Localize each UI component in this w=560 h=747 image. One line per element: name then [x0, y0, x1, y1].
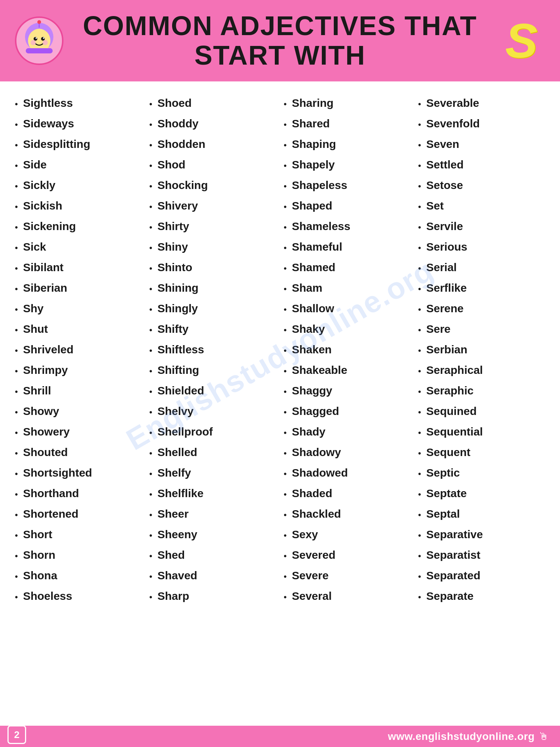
- word-label: Shed: [158, 548, 185, 562]
- list-item: •Shaken: [284, 339, 411, 360]
- word-label: Sightless: [23, 96, 73, 110]
- svg-point-8: [43, 40, 48, 45]
- list-item: •Shiny: [149, 236, 276, 257]
- bullet-icon: •: [149, 325, 152, 336]
- word-label: Shrimpy: [23, 363, 68, 377]
- column-1: •Sightless•Sideways•Sidesplitting•Side•S…: [15, 93, 142, 606]
- bullet-icon: •: [149, 181, 152, 192]
- bullet-icon: •: [418, 428, 421, 438]
- bullet-icon: •: [284, 140, 287, 151]
- list-item: •Sibilant: [15, 257, 142, 278]
- bullet-icon: •: [284, 222, 287, 233]
- list-item: •Sickly: [15, 175, 142, 195]
- word-label: Shellproof: [158, 424, 213, 439]
- word-label: Shoed: [158, 96, 192, 110]
- list-item: •Separated: [418, 565, 545, 586]
- list-item: •Shadowy: [284, 442, 411, 462]
- word-label: Shoeless: [23, 589, 72, 603]
- list-item: •Shaping: [284, 134, 411, 154]
- list-item: •Shadowed: [284, 462, 411, 483]
- list-item: •Shivery: [149, 195, 276, 216]
- list-item: •Setose: [418, 175, 545, 195]
- word-label: Shackled: [292, 506, 341, 521]
- bullet-icon: •: [149, 284, 152, 295]
- bullet-icon: •: [15, 448, 18, 459]
- bullet-icon: •: [284, 99, 287, 110]
- list-item: •Shameless: [284, 216, 411, 236]
- word-label: Shallow: [292, 301, 334, 316]
- bullet-icon: •: [284, 530, 287, 541]
- word-label: Sharp: [158, 589, 189, 603]
- bullet-icon: •: [418, 489, 421, 500]
- bullet-icon: •: [149, 428, 152, 438]
- list-item: •Sickish: [15, 195, 142, 216]
- word-label: Shameful: [292, 239, 342, 254]
- bullet-icon: •: [418, 387, 421, 397]
- bullet-icon: •: [15, 99, 18, 110]
- bullet-icon: •: [15, 571, 18, 582]
- word-label: Seven: [426, 137, 459, 151]
- list-item: •Shodden: [149, 134, 276, 154]
- bullet-icon: •: [418, 140, 421, 151]
- word-label: Shodden: [158, 137, 205, 151]
- word-label: Shoddy: [158, 116, 199, 131]
- footer: 2 www.englishstudyonline.org 🖱: [0, 726, 560, 747]
- bullet-icon: •: [284, 202, 287, 213]
- list-item: •Shelfy: [149, 462, 276, 483]
- word-label: Shouted: [23, 445, 68, 459]
- list-item: •Serene: [418, 298, 545, 319]
- word-label: Side: [23, 157, 47, 172]
- bullet-icon: •: [418, 571, 421, 582]
- bullet-icon: •: [15, 510, 18, 521]
- svg-point-7: [31, 40, 36, 45]
- bullet-icon: •: [149, 243, 152, 254]
- word-label: Shamed: [292, 260, 336, 275]
- list-item: •Sickening: [15, 216, 142, 236]
- word-label: Shaken: [292, 342, 332, 357]
- list-item: •Shamed: [284, 257, 411, 278]
- svg-rect-9: [26, 48, 53, 53]
- bullet-icon: •: [149, 222, 152, 233]
- list-item: •Shorthand: [15, 483, 142, 503]
- list-item: •Sham: [284, 278, 411, 298]
- bullet-icon: •: [15, 140, 18, 151]
- list-item: •Showy: [15, 401, 142, 421]
- bullet-icon: •: [284, 161, 287, 171]
- word-label: Shelfy: [158, 465, 191, 480]
- word-label: Shut: [23, 322, 48, 336]
- bullet-icon: •: [149, 304, 152, 315]
- word-label: Shaky: [292, 322, 325, 336]
- word-label: Sidesplitting: [23, 137, 90, 151]
- bullet-icon: •: [284, 345, 287, 356]
- column-2: •Shoed•Shoddy•Shodden•Shod•Shocking•Shiv…: [149, 93, 276, 606]
- list-item: •Shifty: [149, 319, 276, 339]
- bullet-icon: •: [418, 243, 421, 254]
- list-item: •Shameful: [284, 236, 411, 257]
- word-label: Sevenfold: [426, 116, 480, 131]
- list-item: •Shingly: [149, 298, 276, 319]
- header-letter: S: [505, 16, 538, 65]
- word-label: Serflike: [426, 280, 467, 295]
- word-label: Serene: [426, 301, 464, 316]
- word-label: Shaded: [292, 486, 332, 500]
- list-item: •Serial: [418, 257, 545, 278]
- bullet-icon: •: [284, 366, 287, 377]
- word-label: Seraphical: [426, 363, 483, 377]
- word-label: Shivery: [158, 198, 198, 213]
- list-item: •Shy: [15, 298, 142, 319]
- list-item: •Septal: [418, 503, 545, 524]
- bullet-icon: •: [149, 161, 152, 171]
- word-label: Sexy: [292, 527, 318, 542]
- list-item: •Shady: [284, 421, 411, 442]
- word-label: Short: [23, 527, 52, 542]
- bullet-icon: •: [149, 469, 152, 480]
- bullet-icon: •: [15, 202, 18, 213]
- bullet-icon: •: [284, 469, 287, 480]
- bullet-icon: •: [284, 387, 287, 397]
- list-item: •Serbian: [418, 339, 545, 360]
- word-label: Shapeless: [292, 178, 347, 192]
- word-label: Shaved: [158, 568, 197, 583]
- word-label: Shifting: [158, 363, 199, 377]
- list-item: •Sideways: [15, 113, 142, 134]
- list-item: •Shona: [15, 565, 142, 586]
